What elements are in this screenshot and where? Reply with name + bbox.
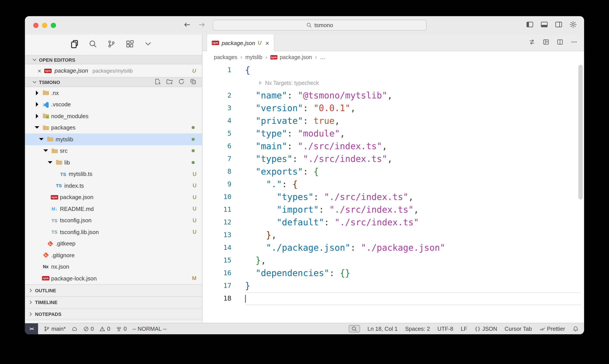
minimize-window-button[interactable] (42, 23, 47, 28)
code-line-18[interactable]: 18 (203, 292, 584, 305)
section-header-timeline[interactable]: TIMELINE (25, 296, 202, 308)
tree-item-lib[interactable]: lib (25, 157, 202, 168)
split-editor-button[interactable] (557, 38, 563, 47)
status-cloud[interactable] (71, 326, 77, 332)
code-line-7[interactable]: 7 "types": "./src/index.ts", (203, 153, 584, 165)
code-editor[interactable]: 1{Nx Targets: typecheck2 "name": "@tsmon… (203, 63, 584, 323)
more-actions-button[interactable] (570, 38, 578, 47)
code-line-16[interactable]: 16 "dependencies": {} (203, 267, 584, 280)
file-icon-slot: M↓ (50, 207, 59, 211)
status-magnifier[interactable] (349, 325, 360, 333)
breadcrumb-item[interactable]: npmpackage.json (270, 54, 312, 60)
activity-chevron-down-button[interactable] (144, 40, 152, 50)
activity-source-control-button[interactable] (107, 40, 116, 50)
status-0[interactable]: 0 (100, 325, 110, 332)
code-line-5[interactable]: 5 "type": "module", (203, 127, 584, 140)
code-token: "./src/index.ts" (335, 217, 419, 228)
tree-item-src[interactable]: src (25, 145, 202, 157)
status-0[interactable]: 0 (83, 325, 94, 332)
status-normal[interactable]: -- NORMAL -- (132, 325, 167, 332)
status-prettier[interactable]: Prettier (539, 325, 565, 332)
code-line-content: "types": "./src/index.ts", (245, 153, 584, 165)
code-line-8[interactable]: 8 "exports": { (203, 165, 584, 178)
collapse-all-button[interactable] (190, 78, 196, 86)
code-line-15[interactable]: 15 }, (203, 254, 584, 267)
status-json[interactable]: {}JSON (475, 325, 497, 332)
layout-sidebar-left-button[interactable] (526, 21, 534, 30)
code-line-2[interactable]: 2 "name": "@tsmono/mytslib", (203, 89, 584, 102)
section-header-notepads[interactable]: NOTEPADS (25, 308, 202, 320)
new-file-button[interactable] (155, 78, 161, 86)
code-line-content: { (245, 64, 584, 77)
explorer-header[interactable]: TSMONO (25, 77, 202, 87)
status-main[interactable]: main* (44, 325, 66, 332)
status-0[interactable]: 0 (116, 325, 127, 332)
tree-item-node-modules[interactable]: node_modules (25, 110, 202, 122)
code-line-17[interactable]: 17} (203, 280, 584, 292)
close-editor-icon[interactable]: × (38, 67, 41, 74)
status-utf-8[interactable]: UTF-8 (438, 325, 454, 332)
tree-item-gitignore[interactable]: .gitignore (25, 249, 202, 261)
status-ln-18-col-1[interactable]: Ln 18, Col 1 (367, 325, 398, 332)
code-line-10[interactable]: 10 "types": "./src/index.ts", (203, 191, 584, 203)
new-file-icon (155, 78, 161, 85)
tree-item-vscode[interactable]: .vscode (25, 99, 202, 110)
tree-item-mytslib[interactable]: mytslib (25, 133, 202, 145)
tree-item-nx-json[interactable]: Nxnx.json (25, 261, 202, 273)
code-line-4[interactable]: 4 "private": true, (203, 115, 584, 127)
tree-item-nx[interactable]: .nx (25, 87, 202, 99)
close-tab-icon[interactable]: × (265, 39, 269, 47)
status-bell[interactable] (572, 326, 578, 332)
open-editors-header[interactable]: OPEN EDITORS (25, 55, 202, 64)
command-center-search[interactable]: tsmono (213, 20, 427, 31)
tree-item-mytslib-ts[interactable]: TSmytslib.tsU (25, 168, 202, 180)
code-line-9[interactable]: 9 ".": { (203, 178, 584, 191)
tree-item-label: nx.json (51, 264, 69, 270)
remote-indicator[interactable]: >< (25, 323, 38, 334)
history-nav (183, 16, 206, 35)
more-actions-icon (570, 38, 578, 45)
compare-changes-button[interactable] (529, 38, 535, 47)
activity-files-button[interactable] (70, 40, 79, 50)
code-line-13[interactable]: 13 }, (203, 229, 584, 242)
activity-extensions-button[interactable] (126, 40, 134, 50)
back-button[interactable] (183, 21, 191, 30)
tree-item-readme-md[interactable]: M↓README.mdU (25, 203, 202, 215)
close-window-button[interactable] (33, 23, 39, 28)
code-line-14[interactable]: 14 "./package.json": "./package.json" (203, 242, 584, 254)
tree-item-package-json[interactable]: npmpackage.jsonU (25, 191, 202, 203)
tree-item-packages[interactable]: packages (25, 122, 202, 133)
open-editor-item[interactable]: ×npmpackage.jsonpackages/mytslibU (25, 64, 202, 77)
status-spaces-2[interactable]: Spaces: 2 (405, 325, 430, 332)
code-line-3[interactable]: 3 "version": "0.0.1", (203, 102, 584, 115)
status-cursor-tab[interactable]: Cursor Tab (505, 325, 532, 332)
tree-item-package-lock-json[interactable]: npmpackage-lock.jsonM (25, 273, 202, 284)
gear-button[interactable] (569, 21, 577, 30)
activity-search-button[interactable] (89, 40, 97, 50)
tree-item-tsconfig-json[interactable]: TStsconfig.jsonU (25, 215, 202, 226)
code-line-1[interactable]: 1{ (203, 64, 584, 77)
breadcrumb-separator: › (240, 54, 242, 60)
zoom-window-button[interactable] (51, 23, 56, 28)
breadcrumb-item[interactable]: … (320, 54, 325, 60)
code-line-11[interactable]: 11 "import": "./src/index.ts", (203, 203, 584, 216)
codelens[interactable]: Nx Targets: typecheck (258, 80, 319, 86)
code-token: { (245, 65, 250, 75)
code-line-6[interactable]: 6 "main": "./src/index.ts", (203, 140, 584, 153)
tree-item-tsconfig-lib-json[interactable]: TStsconfig.lib.jsonU (25, 226, 202, 238)
layout-panel-bottom-button[interactable] (540, 21, 548, 30)
breadcrumb-item[interactable]: mytslib (245, 54, 262, 60)
editor-scrollbar[interactable] (578, 65, 583, 199)
tab-package-json[interactable]: npmpackage.jsonU× (207, 35, 274, 51)
tree-item-gitkeep[interactable]: .gitkeep (25, 238, 202, 249)
refresh-button[interactable] (178, 78, 185, 86)
code-line-12[interactable]: 12 "default": "./src/index.ts" (203, 216, 584, 229)
tree-item-index-ts[interactable]: TSindex.tsU (25, 180, 202, 191)
open-changes-button[interactable] (543, 38, 549, 47)
forward-button[interactable] (198, 21, 206, 30)
layout-sidebar-right-button[interactable] (555, 21, 563, 30)
new-folder-button[interactable] (166, 78, 173, 86)
status-lf[interactable]: LF (461, 325, 467, 332)
section-header-outline[interactable]: OUTLINE (25, 284, 202, 296)
breadcrumb-item[interactable]: packages (214, 54, 237, 60)
